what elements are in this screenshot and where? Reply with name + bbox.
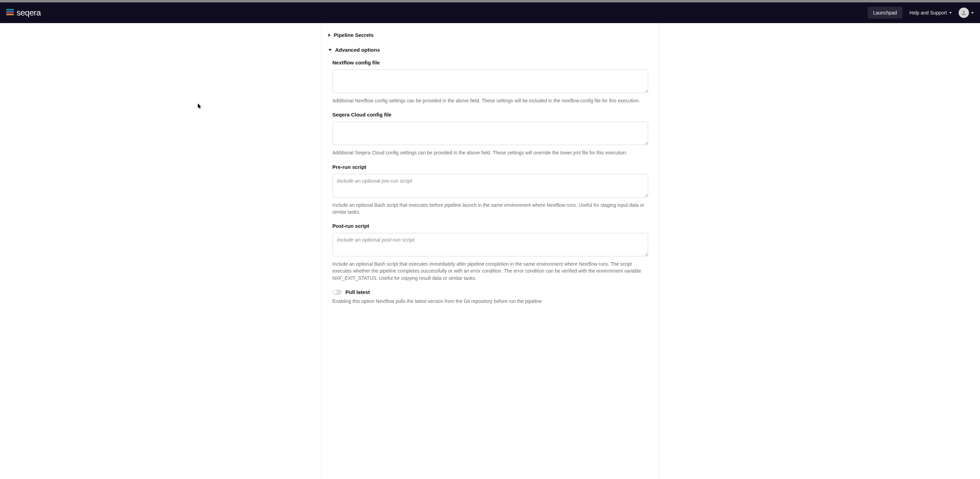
brand-name: seqera <box>16 8 41 18</box>
nextflow-config-group: Nextflow config file Additional Nextflow… <box>332 60 648 104</box>
pull-latest-help: Enabling this option Nextflow pulls the … <box>332 298 648 305</box>
app-header: seqera Launchpad Help and Support <box>0 2 980 23</box>
advanced-options-title: Advanced options <box>335 47 380 53</box>
help-support-menu[interactable]: Help and Support <box>909 10 952 16</box>
user-menu[interactable] <box>959 8 974 18</box>
pull-latest-row: Pull latest <box>332 289 648 295</box>
svg-point-0 <box>963 11 965 13</box>
seqera-config-label: Seqera Cloud config file <box>332 111 648 118</box>
avatar <box>959 8 969 18</box>
caret-down-icon <box>328 49 332 51</box>
pull-latest-toggle[interactable] <box>332 290 342 294</box>
pull-latest-group: Pull latest Enabling this option Nextflo… <box>332 289 648 305</box>
main-content: Pipeline Secrets Advanced options Nextfl… <box>0 23 980 479</box>
pull-latest-label: Pull latest <box>345 289 370 295</box>
toggle-knob <box>333 290 337 294</box>
prerun-script-input[interactable] <box>332 174 648 197</box>
user-icon <box>961 10 967 16</box>
chevron-down-icon <box>971 12 974 14</box>
postrun-script-label: Post-run script <box>332 223 648 229</box>
nextflow-config-input[interactable] <box>332 70 648 93</box>
prerun-script-group: Pre-run script Include an optional Bash … <box>332 164 648 216</box>
browser-chrome-bar <box>0 0 980 2</box>
seqera-config-group: Seqera Cloud config file Additional Seqe… <box>332 111 648 156</box>
seqera-config-input[interactable] <box>332 122 648 145</box>
pipeline-secrets-toggle[interactable]: Pipeline Secrets <box>332 30 648 40</box>
chevron-down-icon <box>949 12 952 14</box>
prerun-script-label: Pre-run script <box>332 164 648 170</box>
header-actions: Launchpad Help and Support <box>868 7 974 19</box>
postrun-script-group: Post-run script Include an optional Bash… <box>332 223 648 282</box>
postrun-script-input[interactable] <box>332 233 648 256</box>
seqera-config-help: Additional Seqera Cloud config settings … <box>332 149 648 156</box>
help-support-label: Help and Support <box>909 10 947 16</box>
nextflow-config-label: Nextflow config file <box>332 60 648 65</box>
seqera-icon <box>6 9 14 16</box>
advanced-options-toggle[interactable]: Advanced options <box>332 45 648 55</box>
pipeline-secrets-title: Pipeline Secrets <box>334 32 374 38</box>
nextflow-config-help: Additional Nextflow config settings can … <box>332 97 648 104</box>
caret-right-icon <box>328 33 331 37</box>
brand-logo[interactable]: seqera <box>6 8 41 18</box>
launchpad-button[interactable]: Launchpad <box>868 7 902 19</box>
postrun-script-help: Include an optional Bash script that exe… <box>332 261 648 282</box>
form-panel: Pipeline Secrets Advanced options Nextfl… <box>321 23 660 479</box>
prerun-script-help: Include an optional Bash script that exe… <box>332 202 648 216</box>
